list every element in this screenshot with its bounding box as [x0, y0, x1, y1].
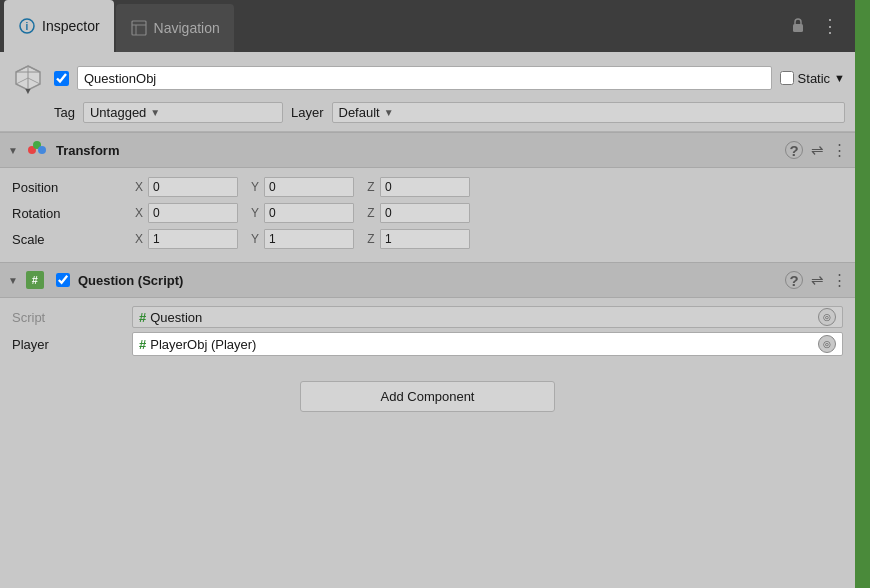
- script-field-label: Script: [12, 310, 132, 325]
- player-field-label: Player: [12, 337, 132, 352]
- add-component-button[interactable]: Add Component: [300, 381, 556, 412]
- position-z-label: Z: [364, 180, 378, 194]
- scale-y-label: Y: [248, 232, 262, 246]
- add-component-wrap: Add Component: [0, 365, 855, 428]
- object-header: ▼ Static ▼ Tag Untagged: [0, 52, 855, 132]
- nav-icon: [130, 19, 148, 37]
- question-script-checkbox[interactable]: [56, 273, 70, 287]
- transform-component: ▼ Transform ? ⇌ ⋮: [0, 132, 855, 258]
- cube-dropdown-arrow: ▼: [24, 86, 33, 96]
- object-name-input[interactable]: [77, 66, 772, 90]
- transform-more-btn[interactable]: ⋮: [832, 141, 847, 159]
- position-z-input[interactable]: [380, 177, 470, 197]
- position-x-input[interactable]: [148, 177, 238, 197]
- tab-inspector-label: Inspector: [42, 18, 100, 34]
- player-field-row: Player # PlayerObj (Player) ◎: [0, 330, 855, 358]
- rotation-z-label: Z: [364, 206, 378, 220]
- question-script-slider-btn[interactable]: ⇌: [811, 271, 824, 289]
- script-value-text: Question: [150, 310, 814, 325]
- transform-slider-btn[interactable]: ⇌: [811, 141, 824, 159]
- tag-layer-row: Tag Untagged ▼ Layer Default ▼: [10, 102, 845, 123]
- lock-icon[interactable]: [787, 15, 809, 38]
- tab-navigation[interactable]: Navigation: [116, 4, 234, 52]
- script-field-row: Script # Question ◎: [0, 304, 855, 330]
- rotation-x-input[interactable]: [148, 203, 238, 223]
- static-row: Static ▼: [780, 71, 845, 86]
- question-script-more-btn[interactable]: ⋮: [832, 271, 847, 289]
- script-target-button[interactable]: ◎: [818, 308, 836, 326]
- transform-header: ▼ Transform ? ⇌ ⋮: [0, 132, 855, 168]
- inspector-scroll-area[interactable]: ▼ Static ▼ Tag Untagged: [0, 52, 855, 588]
- script-value-wrap: # Question ◎: [132, 306, 843, 328]
- svg-rect-2: [132, 21, 146, 35]
- main-panel: i Inspector Navigation: [0, 0, 855, 588]
- position-y-input[interactable]: [264, 177, 354, 197]
- svg-text:i: i: [26, 21, 29, 32]
- question-script-hash-icon: #: [26, 271, 44, 289]
- layer-select[interactable]: Default ▼: [332, 102, 846, 123]
- player-value-text: PlayerObj (Player): [150, 337, 814, 352]
- tag-label: Tag: [54, 105, 75, 120]
- static-label: Static: [798, 71, 831, 86]
- position-x-label: X: [132, 180, 146, 194]
- rotation-y-label: Y: [248, 206, 262, 220]
- transform-body: Position X Y Z Rotation: [0, 168, 855, 258]
- question-script-title: Question (Script): [78, 273, 777, 288]
- tag-value: Untagged: [90, 105, 146, 120]
- scale-row: Scale X Y Z: [0, 226, 855, 252]
- tab-inspector[interactable]: i Inspector: [4, 0, 114, 52]
- rotation-z-input[interactable]: [380, 203, 470, 223]
- transform-actions: ? ⇌ ⋮: [785, 141, 847, 159]
- position-row: Position X Y Z: [0, 174, 855, 200]
- player-value-wrap: # PlayerObj (Player) ◎: [132, 332, 843, 356]
- question-script-header: ▼ # Question (Script) ? ⇌ ⋮: [0, 262, 855, 298]
- player-target-button[interactable]: ◎: [818, 335, 836, 353]
- layer-value: Default: [339, 105, 380, 120]
- object-name-row: ▼ Static ▼: [10, 60, 845, 96]
- tab-actions: ⋮: [787, 0, 851, 52]
- question-collapse-arrow[interactable]: ▼: [8, 275, 18, 286]
- player-hash-icon: #: [139, 337, 146, 352]
- transform-title: Transform: [56, 143, 777, 158]
- info-icon: i: [18, 17, 36, 35]
- static-checkbox[interactable]: [780, 71, 794, 85]
- more-icon[interactable]: ⋮: [817, 13, 843, 39]
- rotation-row: Rotation X Y Z: [0, 200, 855, 226]
- rotation-x-label: X: [132, 206, 146, 220]
- transform-collapse-arrow[interactable]: ▼: [8, 145, 18, 156]
- scale-x-label: X: [132, 232, 146, 246]
- active-checkbox[interactable]: [54, 71, 69, 86]
- tab-navigation-label: Navigation: [154, 20, 220, 36]
- scale-y-input[interactable]: [264, 229, 354, 249]
- question-script-component: ▼ # Question (Script) ? ⇌ ⋮ Script: [0, 262, 855, 364]
- position-y-label: Y: [248, 180, 262, 194]
- layer-dropdown-arrow: ▼: [384, 107, 394, 118]
- active-checkbox-wrap: [54, 71, 69, 86]
- tab-bar: i Inspector Navigation: [0, 0, 855, 52]
- rotation-xyz: X Y Z: [132, 203, 843, 223]
- right-strip: [855, 0, 870, 588]
- tag-select[interactable]: Untagged ▼: [83, 102, 283, 123]
- transform-icon: [26, 139, 48, 161]
- svg-rect-5: [793, 24, 803, 32]
- scale-label: Scale: [12, 232, 132, 247]
- script-hash-icon: #: [139, 310, 146, 325]
- question-script-body: Script # Question ◎ Player # PlayerObj (…: [0, 298, 855, 364]
- rotation-y-input[interactable]: [264, 203, 354, 223]
- question-script-help-btn[interactable]: ?: [785, 271, 803, 289]
- scale-x-input[interactable]: [148, 229, 238, 249]
- layer-label: Layer: [291, 105, 324, 120]
- static-dropdown-arrow[interactable]: ▼: [834, 72, 845, 84]
- object-icon-wrap: ▼: [10, 60, 46, 96]
- scale-xyz: X Y Z: [132, 229, 843, 249]
- position-label: Position: [12, 180, 132, 195]
- tab-spacer: [236, 0, 785, 52]
- scale-z-label: Z: [364, 232, 378, 246]
- rotation-label: Rotation: [12, 206, 132, 221]
- scale-z-input[interactable]: [380, 229, 470, 249]
- svg-point-15: [38, 146, 46, 154]
- tag-dropdown-arrow: ▼: [150, 107, 160, 118]
- transform-help-btn[interactable]: ?: [785, 141, 803, 159]
- question-script-actions: ? ⇌ ⋮: [785, 271, 847, 289]
- position-xyz: X Y Z: [132, 177, 843, 197]
